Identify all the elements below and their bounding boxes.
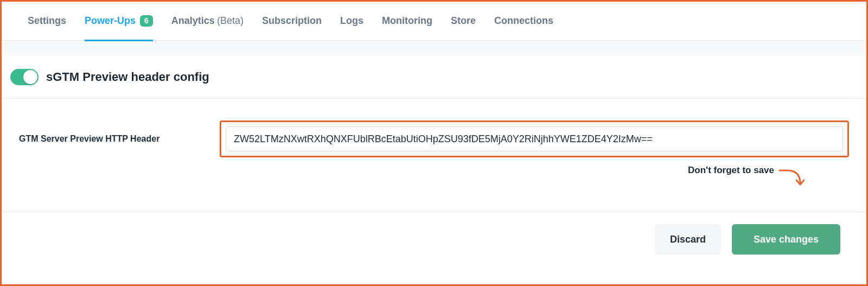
form-area: GTM Server Preview HTTP Header Don't for… bbox=[2, 99, 866, 212]
tab-monitoring[interactable]: Monitoring bbox=[382, 2, 432, 41]
tab-bar: Settings Power-Ups 6 Analytics (Beta) Su… bbox=[2, 2, 866, 41]
discard-button[interactable]: Discard bbox=[655, 224, 721, 255]
save-hint: Don't forget to save bbox=[19, 157, 849, 205]
input-callout bbox=[220, 120, 849, 157]
spacer-strip bbox=[2, 41, 866, 56]
tab-suffix: (Beta) bbox=[217, 15, 244, 27]
save-changes-button[interactable]: Save changes bbox=[732, 224, 840, 255]
section-title: sGTM Preview header config bbox=[46, 70, 209, 84]
tab-label: Logs bbox=[340, 15, 363, 27]
preview-header-input[interactable] bbox=[226, 126, 843, 151]
tab-label: Analytics bbox=[171, 15, 215, 27]
tab-label: Settings bbox=[28, 15, 66, 27]
tab-label: Power-Ups bbox=[85, 15, 136, 27]
tab-label: Store bbox=[451, 15, 476, 27]
save-hint-text: Don't forget to save bbox=[688, 165, 774, 176]
tab-logs[interactable]: Logs bbox=[340, 2, 363, 41]
action-bar: Discard Save changes bbox=[2, 212, 866, 255]
section-header: sGTM Preview header config bbox=[2, 56, 866, 99]
form-label: GTM Server Preview HTTP Header bbox=[19, 134, 220, 144]
tab-subscription[interactable]: Subscription bbox=[262, 2, 322, 41]
tab-label: Connections bbox=[494, 15, 553, 27]
tab-power-ups[interactable]: Power-Ups 6 bbox=[85, 2, 153, 41]
tab-settings[interactable]: Settings bbox=[28, 2, 66, 41]
app-frame: Settings Power-Ups 6 Analytics (Beta) Su… bbox=[0, 0, 868, 286]
tab-analytics[interactable]: Analytics (Beta) bbox=[171, 2, 244, 41]
section-toggle[interactable] bbox=[10, 69, 39, 85]
tab-label: Subscription bbox=[262, 15, 322, 27]
form-row: GTM Server Preview HTTP Header bbox=[19, 120, 849, 157]
toggle-knob bbox=[23, 70, 37, 84]
arrow-down-right-icon bbox=[778, 165, 806, 189]
tab-label: Monitoring bbox=[382, 15, 432, 27]
tab-connections[interactable]: Connections bbox=[494, 2, 553, 41]
tab-store[interactable]: Store bbox=[451, 2, 476, 41]
power-ups-badge: 6 bbox=[140, 15, 153, 27]
